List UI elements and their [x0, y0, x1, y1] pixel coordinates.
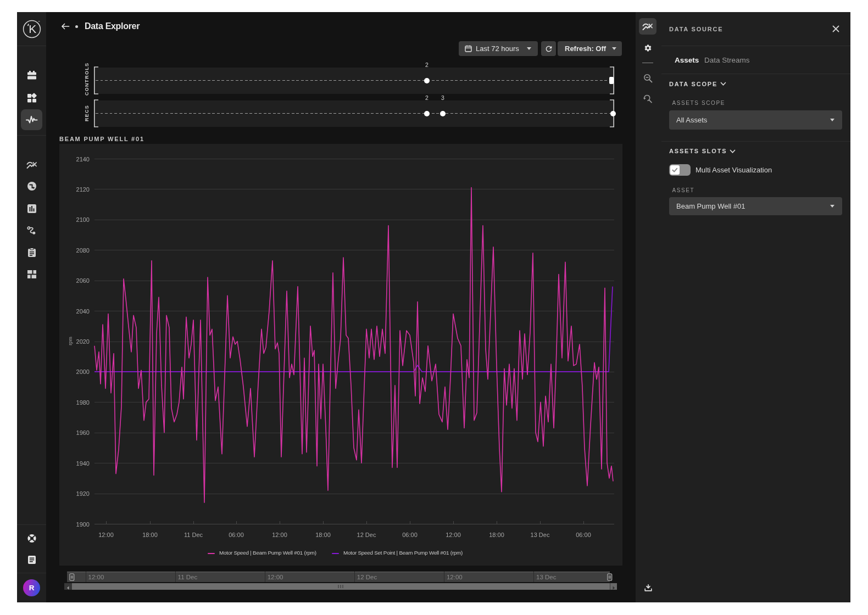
svg-text:K: K [29, 23, 36, 35]
